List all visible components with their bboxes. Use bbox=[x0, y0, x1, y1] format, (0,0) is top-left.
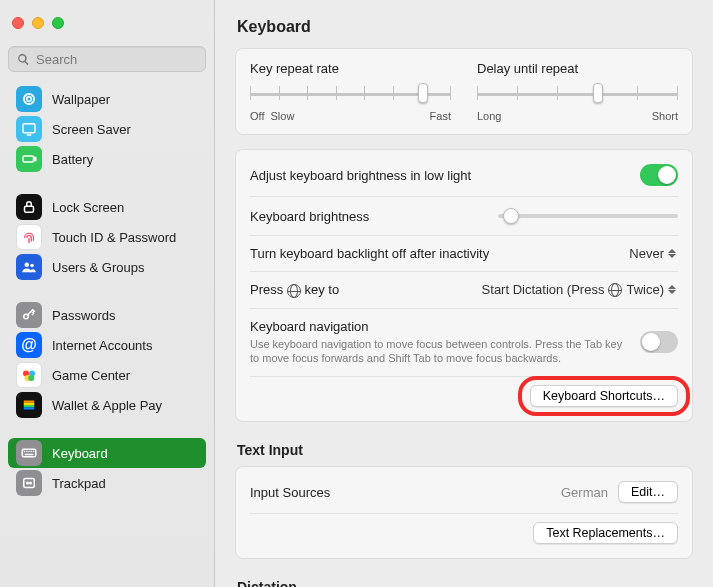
svg-point-20 bbox=[30, 482, 32, 484]
svg-rect-13 bbox=[24, 401, 35, 403]
sidebar-item-wallpaper[interactable]: Wallpaper bbox=[8, 84, 206, 114]
slider-caption-slow: Slow bbox=[270, 110, 294, 122]
game-center-icon bbox=[16, 362, 42, 388]
svg-point-7 bbox=[30, 264, 33, 267]
globe-key-popup[interactable]: Start Dictation (Press Twice) bbox=[482, 282, 678, 297]
slider-caption-long: Long bbox=[477, 110, 501, 122]
keyboard-icon bbox=[16, 440, 42, 466]
text-replacements-button[interactable]: Text Replacements… bbox=[533, 522, 678, 544]
keyboard-brightness-slider[interactable] bbox=[498, 207, 678, 225]
fingerprint-icon bbox=[16, 224, 42, 250]
page-title: Keyboard bbox=[237, 18, 693, 36]
sidebar-item-label: Internet Accounts bbox=[52, 338, 152, 353]
auto-brightness-label: Adjust keyboard brightness in low light bbox=[250, 168, 630, 183]
sidebar-item-label: Passwords bbox=[52, 308, 116, 323]
content-area: Keyboard Key repeat rate Off Slow bbox=[215, 0, 713, 587]
svg-point-8 bbox=[24, 314, 29, 319]
sidebar-item-label: Wallet & Apple Pay bbox=[52, 398, 162, 413]
keyboard-navigation-desc: Use keyboard navigation to move focus be… bbox=[250, 337, 630, 367]
slider-caption-short: Short bbox=[652, 110, 678, 122]
at-icon: @ bbox=[16, 332, 42, 358]
sidebar-item-label: Users & Groups bbox=[52, 260, 144, 275]
svg-rect-4 bbox=[34, 158, 36, 161]
sidebar-item-passwords[interactable]: Passwords bbox=[8, 300, 206, 330]
key-repeat-rate-label: Key repeat rate bbox=[250, 61, 451, 76]
window-zoom-button[interactable] bbox=[52, 17, 64, 29]
svg-rect-15 bbox=[24, 405, 35, 407]
sidebar: Search Wallpaper Screen Saver Battery Lo… bbox=[0, 0, 215, 587]
window-close-button[interactable] bbox=[12, 17, 24, 29]
sidebar-item-trackpad[interactable]: Trackpad bbox=[8, 468, 206, 498]
sidebar-item-touch-id[interactable]: Touch ID & Password bbox=[8, 222, 206, 252]
sidebar-item-label: Trackpad bbox=[52, 476, 106, 491]
window-titlebar bbox=[0, 0, 214, 46]
text-input-panel: Input Sources German Edit… Text Replacem… bbox=[235, 466, 693, 559]
backlight-off-value: Never bbox=[629, 246, 664, 261]
window-minimize-button[interactable] bbox=[32, 17, 44, 29]
keyboard-brightness-label: Keyboard brightness bbox=[250, 209, 488, 224]
sidebar-item-keyboard[interactable]: Keyboard bbox=[8, 438, 206, 468]
svg-point-6 bbox=[25, 263, 30, 268]
delay-until-repeat-label: Delay until repeat bbox=[477, 61, 678, 76]
sidebar-item-label: Game Center bbox=[52, 368, 130, 383]
auto-brightness-toggle[interactable] bbox=[640, 164, 678, 186]
search-icon bbox=[17, 53, 30, 66]
keyboard-options-panel: Adjust keyboard brightness in low light … bbox=[235, 149, 693, 422]
sidebar-item-label: Touch ID & Password bbox=[52, 230, 176, 245]
input-sources-label: Input Sources bbox=[250, 485, 551, 500]
svg-rect-2 bbox=[23, 124, 35, 133]
search-placeholder: Search bbox=[36, 52, 77, 67]
svg-point-12 bbox=[28, 375, 34, 381]
keyboard-navigation-toggle[interactable] bbox=[640, 331, 678, 353]
keyboard-navigation-label: Keyboard navigation bbox=[250, 319, 630, 334]
sidebar-item-game-center[interactable]: Game Center bbox=[8, 360, 206, 390]
input-sources-value: German bbox=[561, 485, 608, 500]
wallpaper-icon bbox=[16, 86, 42, 112]
svg-rect-14 bbox=[24, 403, 35, 405]
svg-rect-3 bbox=[23, 156, 34, 162]
sidebar-item-label: Lock Screen bbox=[52, 200, 124, 215]
svg-point-1 bbox=[27, 97, 32, 102]
sidebar-item-internet-accounts[interactable]: @ Internet Accounts bbox=[8, 330, 206, 360]
keyboard-shortcuts-button[interactable]: Keyboard Shortcuts… bbox=[530, 385, 678, 407]
key-repeat-rate-slider[interactable] bbox=[250, 84, 451, 102]
users-icon bbox=[16, 254, 42, 280]
svg-rect-16 bbox=[24, 407, 35, 409]
battery-icon bbox=[16, 146, 42, 172]
globe-icon bbox=[287, 284, 301, 298]
svg-rect-17 bbox=[22, 449, 36, 457]
chevron-updown-icon bbox=[668, 283, 678, 297]
system-settings-window: Search Wallpaper Screen Saver Battery Lo… bbox=[0, 0, 713, 587]
sidebar-item-label: Screen Saver bbox=[52, 122, 131, 137]
slider-caption-fast: Fast bbox=[430, 110, 451, 122]
globe-key-label: Press key to bbox=[250, 282, 472, 298]
sidebar-nav: Wallpaper Screen Saver Battery Lock Scre… bbox=[0, 80, 214, 587]
screen-saver-icon bbox=[16, 116, 42, 142]
key-icon bbox=[16, 302, 42, 328]
search-input[interactable]: Search bbox=[8, 46, 206, 72]
sidebar-item-wallet[interactable]: Wallet & Apple Pay bbox=[8, 390, 206, 420]
delay-until-repeat-slider[interactable] bbox=[477, 84, 678, 102]
wallet-icon bbox=[16, 392, 42, 418]
chevron-updown-icon bbox=[668, 247, 678, 261]
sidebar-item-label: Wallpaper bbox=[52, 92, 110, 107]
sidebar-item-battery[interactable]: Battery bbox=[8, 144, 206, 174]
sidebar-item-lock-screen[interactable]: Lock Screen bbox=[8, 192, 206, 222]
sidebar-item-users-groups[interactable]: Users & Groups bbox=[8, 252, 206, 282]
dictation-heading: Dictation bbox=[237, 579, 693, 587]
svg-rect-5 bbox=[25, 206, 34, 212]
highlight-annotation: Keyboard Shortcuts… bbox=[530, 385, 678, 407]
lock-screen-icon bbox=[16, 194, 42, 220]
input-sources-edit-button[interactable]: Edit… bbox=[618, 481, 678, 503]
backlight-off-label: Turn keyboard backlight off after inacti… bbox=[250, 246, 619, 261]
globe-icon bbox=[608, 283, 622, 297]
key-repeat-panel: Key repeat rate Off Slow Fast bbox=[235, 48, 693, 135]
backlight-off-popup[interactable]: Never bbox=[629, 246, 678, 261]
svg-point-19 bbox=[27, 482, 29, 484]
text-input-heading: Text Input bbox=[237, 442, 693, 458]
slider-caption-off: Off bbox=[250, 110, 264, 122]
sidebar-item-screen-saver[interactable]: Screen Saver bbox=[8, 114, 206, 144]
sidebar-item-label: Battery bbox=[52, 152, 93, 167]
trackpad-icon bbox=[16, 470, 42, 496]
sidebar-item-label: Keyboard bbox=[52, 446, 108, 461]
